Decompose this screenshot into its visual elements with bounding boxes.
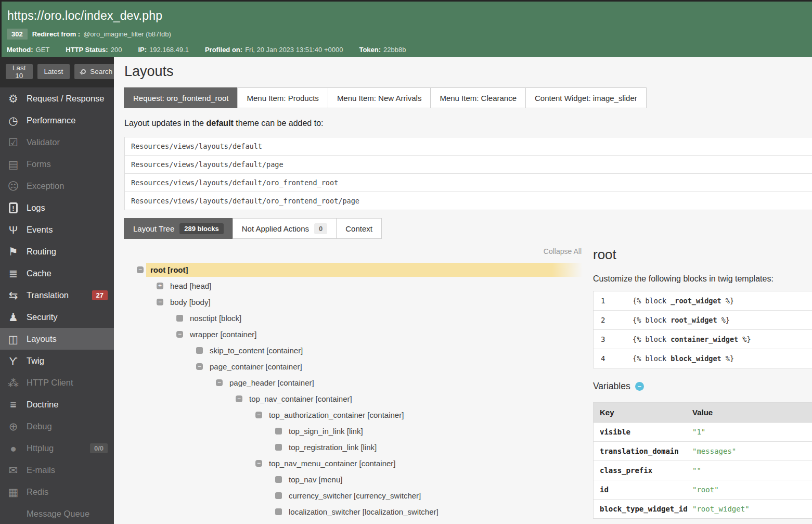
tree-node[interactable]: skip_to_content [container] <box>124 342 583 359</box>
tree-node[interactable]: head [head] <box>124 278 583 294</box>
signpost-icon: ⚑ <box>5 246 21 257</box>
sidebar-item[interactable]: ≡ Doctrine <box>0 393 114 415</box>
sidebar-item[interactable]: ⚑ Routing <box>0 240 114 262</box>
sidebar-toolbar-button[interactable]: Last 10 <box>6 64 33 79</box>
tree-node[interactable]: top_nav_menu_container [container] <box>124 455 583 471</box>
sidebar-item[interactable]: ⊕ Debug <box>0 415 114 437</box>
sidebar-item[interactable]: ⚙ Request / Response <box>0 87 114 109</box>
tree-node[interactable]: root [root] <box>124 262 583 278</box>
tree-node[interactable]: nosctipt [block] <box>124 310 583 326</box>
meta-value: 22bb8b <box>383 46 406 54</box>
sidebar-item[interactable]: ≣ Cache <box>0 262 114 284</box>
tree-node-label: page_container [container] <box>205 360 583 374</box>
sidebar-item-label: Redis <box>27 487 48 497</box>
block-type: [block] <box>219 314 241 323</box>
sidebar-item[interactable]: ⁂ HTTP Client <box>0 372 114 393</box>
sidebar-item[interactable]: ● Httplug 0/0 <box>0 437 114 459</box>
tree-node[interactable]: top_nav [menu] <box>124 471 583 488</box>
tree-node[interactable]: wrapper [container] <box>124 326 583 342</box>
sidebar-item[interactable]: Message Queue <box>0 503 114 524</box>
gears-icon: ⚙ <box>5 93 21 104</box>
tree-node[interactable]: localization_switcher [localization_swit… <box>124 504 583 520</box>
block-type: [container] <box>278 378 314 387</box>
block-id: wrapper <box>190 330 218 339</box>
redirect-label: Redirect from : <box>32 30 80 38</box>
context-tab[interactable]: Menu Item: New Arrivals <box>328 87 431 108</box>
block-type: [container] <box>316 394 352 403</box>
context-tab[interactable]: Menu Item: Clearance <box>430 87 526 108</box>
sidebar-item[interactable]: ☑ Validator <box>0 131 114 153</box>
tree-toggle-icon[interactable] <box>275 508 282 515</box>
tab-label: Menu Item: New Arrivals <box>337 94 422 103</box>
meta-label: Profiled on: <box>205 46 242 54</box>
collapse-all-link[interactable]: Collapse All <box>124 247 582 255</box>
variable-value: "messages" <box>686 442 742 461</box>
toolbar-button-label: Latest <box>44 68 63 75</box>
sidebar-item[interactable]: ☹ Exception <box>0 175 114 197</box>
twig-icon: ϒ <box>5 355 21 366</box>
sidebar-item[interactable]: ⇆ Translation 27 <box>0 284 114 306</box>
context-tab[interactable]: Menu Item: Products <box>237 87 328 108</box>
tree-toggle-icon[interactable] <box>255 460 262 467</box>
sidebar-item-label: E-mails <box>27 465 55 475</box>
sidebar-item[interactable]: ! Logs <box>0 197 114 219</box>
tree-toggle-icon[interactable] <box>275 444 282 451</box>
tree-node[interactable]: top_sign_in_link [link] <box>124 423 583 439</box>
tree-node[interactable]: page_header [container] <box>124 375 583 391</box>
block-type: [container] <box>367 411 404 419</box>
block-id: page_container <box>210 362 263 371</box>
tree-toggle-icon[interactable] <box>275 492 282 499</box>
tree-toggle-icon[interactable] <box>275 428 282 434</box>
sidebar-toolbar-button[interactable]: Latest <box>37 64 70 79</box>
tree-node[interactable]: currency_switcher [currency_switcher] <box>124 488 583 504</box>
variable-row: class_prefix "" <box>594 461 812 480</box>
block-id: top_nav_container <box>249 394 313 403</box>
tree-toggle-icon[interactable] <box>176 315 183 322</box>
redirect-value[interactable]: @oro_imagine_filter (b87fdb) <box>83 30 171 38</box>
tree-toggle-icon[interactable] <box>196 347 203 354</box>
sidebar-item-label: Translation <box>27 290 69 300</box>
tree-toggle-icon[interactable] <box>216 379 223 386</box>
block-id: top_sign_in_link <box>289 427 345 436</box>
meta-item: IP:192.168.49.1 <box>138 46 189 54</box>
block-type: [currency_switcher] <box>354 491 421 500</box>
tree-node[interactable]: top_nav_container [container] <box>124 391 583 407</box>
tree-toggle-icon[interactable] <box>275 476 282 483</box>
tree-node[interactable]: page_container [container] <box>124 359 583 375</box>
tree-toggle-icon[interactable] <box>176 331 183 338</box>
sidebar-item[interactable]: ϒ Twig <box>0 350 114 372</box>
sidebar-item[interactable]: ▦ Redis <box>0 481 114 503</box>
sidebar-item[interactable]: ✉ E-mails <box>0 459 114 481</box>
sidebar-toolbar-button[interactable]: Search <box>74 64 119 79</box>
block-id: top_nav_menu_container <box>269 459 357 468</box>
tree-node-label: skip_to_content [container] <box>205 343 583 357</box>
tree-node[interactable]: body [body] <box>124 294 583 310</box>
sidebar-item[interactable]: ♟ Security <box>0 306 114 328</box>
tree-node[interactable]: top_authorization_container [container] <box>124 407 583 423</box>
variable-key: block_type_widget_id <box>594 500 686 518</box>
sidebar-item[interactable]: ◷ Performance <box>0 109 114 131</box>
tree-toggle-icon[interactable] <box>137 266 144 273</box>
tree-toggle-icon[interactable] <box>255 412 262 418</box>
tree-tab[interactable]: Layout Tree289 blocks <box>124 218 233 239</box>
collapse-variables-button[interactable] <box>635 382 644 391</box>
stopwatch-icon: ◷ <box>5 115 21 126</box>
sidebar-item[interactable]: ▤ Forms <box>0 153 114 175</box>
tree-toggle-icon[interactable] <box>157 283 163 289</box>
context-tab[interactable]: Request: oro_frontend_root <box>124 87 238 108</box>
sidebar-item[interactable]: Ψ Events <box>0 219 114 240</box>
meta-value: 192.168.49.1 <box>149 46 189 54</box>
sidebar-menu: ⚙ Request / Response ◷ Performance ☑ Val… <box>0 87 114 524</box>
tree-toggle-icon[interactable] <box>196 363 203 370</box>
variable-value: "" <box>686 461 707 480</box>
twig-code-suffix: %} <box>721 297 734 305</box>
tree-toggle-icon[interactable] <box>157 299 163 305</box>
tree-toggle-icon[interactable] <box>236 395 242 402</box>
tree-tab[interactable]: Context <box>336 218 382 239</box>
tree-node[interactable]: top_registration_link [link] <box>124 439 583 455</box>
context-tab[interactable]: Content Widget: image_slider <box>525 87 647 108</box>
sidebar-item[interactable]: ◫ Layouts <box>0 328 114 350</box>
tab-count-badge: 0 <box>314 223 327 234</box>
block-id: skip_to_content <box>210 346 264 355</box>
tree-tab[interactable]: Not Applied Actions0 <box>233 218 337 239</box>
